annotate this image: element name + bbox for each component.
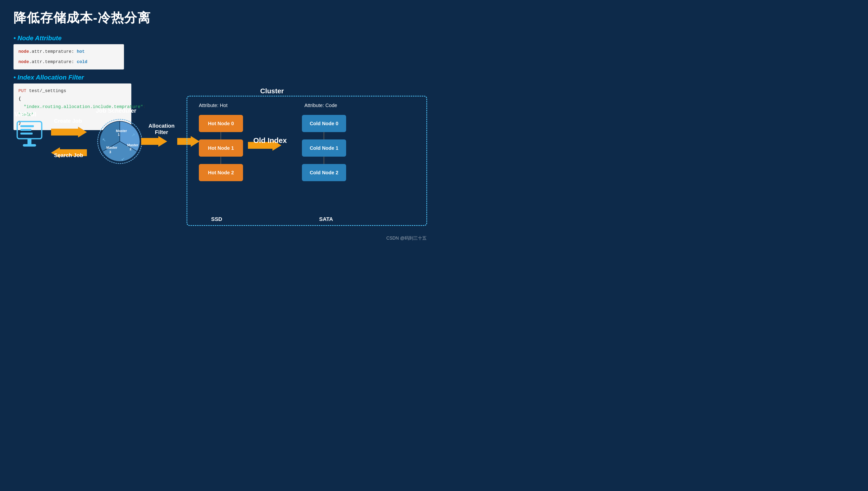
code-line-1: node.attr.temprature: hot [19,48,119,56]
svg-rect-2 [20,129,31,131]
job-scheduler-label: Job Scheduler [96,107,136,114]
monitor-icon [16,120,43,151]
cold-connector-1-2 [324,156,324,165]
create-job-label: Create Job [54,118,82,124]
svg-text:Master: Master [106,146,118,149]
hot-connector-0-1 [220,132,221,140]
index-allocation-label: Index Allocation Filter [13,74,84,81]
attribute-hot-label: Attribute: Hot [199,103,228,108]
svg-text:Master: Master [127,143,139,147]
cold-node-2: Cold Node 2 [302,164,346,181]
svg-text:↖: ↖ [102,138,106,142]
hot-node-0: Hot Node 0 [199,115,243,132]
svg-text:1: 1 [118,133,120,137]
main-title: 降低存储成本-冷热分离 [13,9,151,27]
svg-text:↙: ↙ [121,156,125,162]
sata-label: SATA [319,216,333,223]
svg-rect-4 [28,139,31,144]
ssd-label: SSD [211,216,222,223]
hot-connector-1-2 [220,156,221,165]
svg-rect-3 [20,133,33,135]
cold-node-0: Cold Node 0 [302,115,346,132]
web-ui-label: Web UI [15,111,36,118]
cold-connector-0-1 [324,132,324,140]
hot-node-2: Hot Node 2 [199,164,243,181]
create-job-arrow [51,127,87,138]
svg-text:2: 2 [130,147,131,151]
master-nodes-diagram: ↗ ↙ ↖ Master 1 Master 2 Master 3 [95,117,137,158]
old-index-label: Old Index [250,136,290,145]
scheduler-to-filter-arrow [141,136,167,147]
svg-text:↗: ↗ [131,133,135,138]
node-attribute-label: Node Attribute [13,34,62,42]
svg-rect-1 [20,125,34,127]
allocation-filter-label: AllocationFilter [147,123,176,136]
watermark: CSDN @码到三十五 [386,235,427,241]
cluster-label: Cluster [260,87,284,95]
cold-node-1: Cold Node 1 [302,140,346,156]
svg-rect-5 [23,144,36,147]
code-line-2: node.attr.temprature: cold [19,58,119,66]
svg-text:Master: Master [116,129,127,133]
node-attribute-code-box: node.attr.temprature: hot node.attr.temp… [13,44,124,69]
hot-node-1: Hot Node 1 [199,140,243,156]
svg-text:3: 3 [109,150,111,154]
attribute-cold-label: Attribute: Code [304,103,337,108]
code-put: PUT test/_settings [19,87,126,95]
code-open: { [19,95,126,103]
search-job-label: Search Job [54,152,83,158]
